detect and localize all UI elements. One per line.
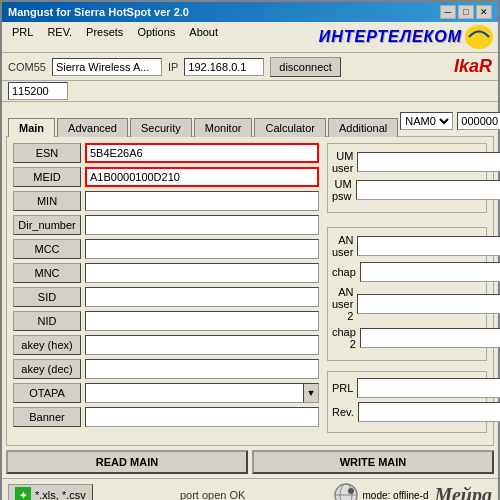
akey-dec-input[interactable]	[85, 359, 319, 379]
otapa-input[interactable]	[85, 383, 303, 403]
com-port-label: COM55	[8, 61, 46, 73]
field-row-esn: ESN	[13, 143, 319, 163]
spc-input[interactable]	[457, 112, 500, 130]
tabs-bar: Main Advanced Security Monitor Calculato…	[2, 102, 498, 136]
chap-row: chap	[332, 262, 482, 282]
chap-label: chap	[332, 266, 356, 278]
an-user2-label: AN user 2	[332, 286, 353, 322]
banner-label: Banner	[13, 407, 81, 427]
main-content: ESN MEID MIN Dir_number MCC	[6, 136, 494, 446]
ip-label: IP	[168, 61, 178, 73]
banner-input[interactable]	[85, 407, 319, 427]
an-group: AN user chap AN user 2 chap 2	[327, 227, 487, 361]
akey-dec-label: akey (dec)	[13, 359, 81, 379]
mcc-label: MCC	[13, 239, 81, 259]
meid-label: MEID	[13, 167, 81, 187]
close-button[interactable]: ✕	[476, 5, 492, 19]
um-psw-input[interactable]	[356, 180, 500, 200]
prl-label: PRL	[332, 382, 353, 394]
read-main-button[interactable]: READ MAIN	[6, 450, 248, 474]
um-psw-row: UM psw	[332, 178, 482, 202]
title-bar: Mangust for Sierra HotSpot ver 2.0 ─ □ ✕	[2, 2, 498, 22]
menu-about[interactable]: About	[183, 24, 224, 50]
maximize-button[interactable]: □	[458, 5, 474, 19]
right-panel: UM user UM psw AN user chap	[327, 143, 487, 439]
field-row-meid: MEID	[13, 167, 319, 187]
prl-input[interactable]	[357, 378, 500, 398]
field-row-dir-number: Dir_number	[13, 215, 319, 235]
main-window: Mangust for Sierra HotSpot ver 2.0 ─ □ ✕…	[0, 0, 500, 500]
menu-presets[interactable]: Presets	[80, 24, 129, 50]
ikar-brand: IkaR	[454, 56, 492, 77]
field-row-min: MIN	[13, 191, 319, 211]
tab-additional[interactable]: Additional	[328, 118, 398, 137]
ip-input[interactable]	[184, 58, 264, 76]
menu-options[interactable]: Options	[131, 24, 181, 50]
footer: ✦ *.xls, *.csv port open OK mode: offlin…	[2, 478, 498, 500]
tab-security[interactable]: Security	[130, 118, 192, 137]
disconnect-button[interactable]: disconnect	[270, 57, 341, 77]
dir-number-label: Dir_number	[13, 215, 81, 235]
menu-prl[interactable]: PRL	[6, 24, 39, 50]
chap2-input[interactable]	[360, 328, 500, 348]
mcc-input[interactable]	[85, 239, 319, 259]
an-user2-input[interactable]	[357, 294, 500, 314]
otapa-dropdown-arrow[interactable]: ▼	[303, 383, 319, 403]
svg-point-4	[348, 488, 354, 494]
field-row-mcc: MCC	[13, 239, 319, 259]
chap-input[interactable]	[360, 262, 500, 282]
prl-group: PRL ▼ Rev. ▼	[327, 371, 487, 433]
mnc-input[interactable]	[85, 263, 319, 283]
meira-logo: Мейра	[434, 484, 492, 501]
field-row-otapa: OTAPA ▼	[13, 383, 319, 403]
prl-row: PRL ▼	[332, 378, 482, 398]
rev-row: Rev. ▼	[332, 402, 482, 422]
akey-hex-label: akey (hex)	[13, 335, 81, 355]
field-row-nid: NID	[13, 311, 319, 331]
um-user-input[interactable]	[357, 152, 500, 172]
intertelekom-brand: ИНТЕРТЕЛЕКОМ	[319, 28, 462, 46]
field-row-banner: Banner	[13, 407, 319, 427]
chap2-row: chap 2	[332, 326, 482, 350]
menu-bar: PRL REV. Presets Options About ИНТЕРТЕЛЕ…	[2, 22, 498, 53]
otapa-dropdown-group: ▼	[85, 383, 319, 403]
footer-right: mode: offline-d Мейра	[333, 482, 492, 500]
sid-input[interactable]	[85, 287, 319, 307]
dir-number-input[interactable]	[85, 215, 319, 235]
com-desc-input[interactable]	[52, 58, 162, 76]
min-input[interactable]	[85, 191, 319, 211]
tab-advanced[interactable]: Advanced	[57, 118, 128, 137]
field-row-mnc: MNC	[13, 263, 319, 283]
tab-monitor[interactable]: Monitor	[194, 118, 253, 137]
brand-logo-area: ИНТЕРТЕЛЕКОМ	[319, 24, 494, 50]
an-user2-row: AN user 2	[332, 286, 482, 322]
tab-right-controls: NAM0 NAM1 send SPC	[400, 106, 500, 136]
export-button[interactable]: ✦ *.xls, *.csv	[8, 484, 93, 500]
tab-calculator[interactable]: Calculator	[254, 118, 326, 137]
window-title: Mangust for Sierra HotSpot ver 2.0	[8, 6, 189, 18]
rev-label: Rev.	[332, 406, 354, 418]
window-controls: ─ □ ✕	[440, 5, 492, 19]
um-psw-label: UM psw	[332, 178, 352, 202]
nid-input[interactable]	[85, 311, 319, 331]
an-user-row: AN user	[332, 234, 482, 258]
mode-text: mode: offline-d	[363, 490, 429, 501]
write-main-button[interactable]: WRITE MAIN	[252, 450, 494, 474]
action-buttons: READ MAIN WRITE MAIN	[6, 450, 494, 474]
meid-input[interactable]	[85, 167, 319, 187]
an-user-input[interactable]	[357, 236, 500, 256]
akey-hex-input[interactable]	[85, 335, 319, 355]
baud-row	[2, 81, 498, 102]
nid-label: NID	[13, 311, 81, 331]
field-row-sid: SID	[13, 287, 319, 307]
rev-input[interactable]	[358, 402, 500, 422]
minimize-button[interactable]: ─	[440, 5, 456, 19]
header-row: COM55 IP disconnect IkaR	[2, 53, 498, 81]
baud-input[interactable]	[8, 82, 68, 100]
esn-input[interactable]	[85, 143, 319, 163]
export-icon: ✦	[15, 487, 31, 500]
menu-rev[interactable]: REV.	[41, 24, 78, 50]
nam-select[interactable]: NAM0 NAM1	[400, 112, 453, 130]
field-row-akey-hex: akey (hex)	[13, 335, 319, 355]
tab-main[interactable]: Main	[8, 118, 55, 137]
